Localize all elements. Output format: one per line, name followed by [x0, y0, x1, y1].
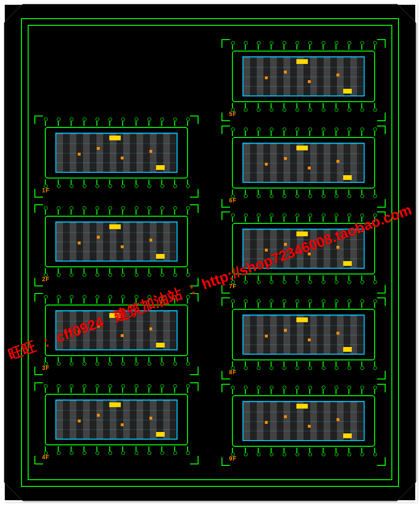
crop-mark-icon [377, 39, 386, 48]
floorplan-rooms [55, 133, 178, 173]
floor-label: 6F [229, 197, 237, 204]
floorplan-outline [45, 127, 188, 179]
axis-ticks [232, 361, 375, 366]
floorplan-rooms [242, 315, 365, 355]
marker-icon [78, 420, 81, 422]
floorplan-grid: 1F2F3F4F 5F6F7F8F9F [37, 37, 383, 468]
crop-mark-icon [34, 116, 43, 124]
marker-icon [265, 249, 268, 252]
floor-label: 1F [42, 187, 50, 194]
marker-icon [265, 421, 268, 424]
floorplan-outline [232, 223, 375, 274]
floorplan-outline [232, 395, 375, 447]
floorplan-rooms [242, 401, 365, 441]
floor-label: 9F [229, 455, 237, 462]
empty-slot [37, 43, 196, 105]
axis-ticks [45, 388, 188, 393]
floorplan-column-left: 1F2F3F4F [37, 37, 196, 468]
floor-label: 7F [229, 283, 237, 290]
floorplan-rooms [242, 143, 365, 183]
floorplan-cell: 7F [224, 214, 383, 291]
marker-icon [265, 163, 268, 166]
crop-mark-icon [190, 382, 199, 391]
marker-icon [78, 153, 81, 156]
marker-icon [78, 242, 81, 244]
axis-ticks [45, 357, 188, 362]
crop-mark-icon [221, 384, 230, 392]
axis-ticks [45, 179, 188, 184]
axis-ticks [45, 446, 188, 451]
axis-ticks [45, 268, 188, 273]
crop-mark-icon [377, 285, 386, 294]
floor-label: 8F [229, 369, 237, 376]
crop-mark-icon [377, 371, 386, 379]
floorplan-rooms [55, 400, 178, 440]
marker-icon [265, 335, 268, 337]
photo-frame: 1F2F3F4F 5F6F7F8F9F 旺旺 ： cff0924 建筑加油站 ：… [4, 4, 416, 501]
crop-mark-icon [377, 126, 386, 134]
crop-mark-icon [190, 278, 199, 286]
crop-mark-icon [221, 297, 230, 306]
crop-mark-icon [34, 204, 43, 213]
floor-label: 4F [42, 454, 50, 461]
crop-mark-icon [221, 211, 230, 220]
floorplan-outline [45, 394, 188, 445]
axis-ticks [232, 275, 375, 280]
axis-ticks [45, 299, 188, 304]
axis-ticks [232, 217, 375, 222]
axis-ticks [232, 103, 375, 108]
crop-mark-icon [377, 384, 386, 392]
crop-mark-icon [190, 189, 199, 198]
axis-ticks [232, 389, 375, 394]
axis-ticks [232, 448, 375, 452]
floorplan-outline [45, 305, 188, 356]
crop-mark-icon [34, 293, 43, 302]
crop-mark-icon [221, 39, 230, 48]
floorplan-cell: 1F [37, 118, 196, 195]
crop-mark-icon [377, 211, 386, 220]
floorplan-outline [232, 137, 375, 189]
axis-ticks [232, 303, 375, 308]
crop-mark-icon [190, 456, 199, 464]
crop-mark-icon [34, 382, 43, 391]
crop-mark-icon [221, 126, 230, 134]
axis-ticks [45, 210, 188, 215]
floorplan-outline [232, 309, 375, 360]
crop-mark-icon [190, 204, 199, 213]
floorplan-rooms [242, 56, 365, 96]
crop-mark-icon [190, 116, 199, 124]
floorplan-cell: 6F [224, 128, 383, 205]
floorplan-rooms [242, 229, 365, 269]
axis-ticks [232, 189, 375, 194]
axis-ticks [45, 121, 188, 126]
floorplan-outline [45, 216, 188, 267]
floorplan-cell: 9F [224, 387, 383, 463]
marker-icon [265, 76, 268, 79]
floorplan-cell: 2F [37, 207, 196, 284]
floorplan-cell: 8F [224, 300, 383, 377]
crop-mark-icon [190, 293, 199, 302]
floorplan-cell: 4F [37, 385, 196, 462]
photo-corner-icon [396, 3, 417, 24]
crop-mark-icon [190, 367, 199, 375]
floorplan-rooms [55, 310, 178, 350]
floorplan-cell: 5F [224, 42, 383, 118]
axis-ticks [232, 45, 375, 50]
floorplan-rooms [55, 221, 178, 262]
floor-label: 2F [42, 276, 50, 283]
floorplan-outline [232, 51, 375, 102]
page: 1F2F3F4F 5F6F7F8F9F 旺旺 ： cff0924 建筑加油站 ：… [0, 0, 420, 505]
floorplan-cell: 3F [37, 296, 196, 372]
marker-icon [78, 330, 81, 333]
crop-mark-icon [377, 297, 386, 306]
floor-label: 3F [42, 365, 50, 371]
floorplan-column-right: 5F6F7F8F9F [224, 37, 383, 468]
crop-mark-icon [377, 199, 386, 208]
photo-corner-icon [396, 481, 417, 502]
floor-label: 5F [229, 111, 237, 117]
crop-mark-icon [377, 113, 386, 121]
crop-mark-icon [377, 457, 386, 466]
axis-ticks [232, 131, 375, 136]
